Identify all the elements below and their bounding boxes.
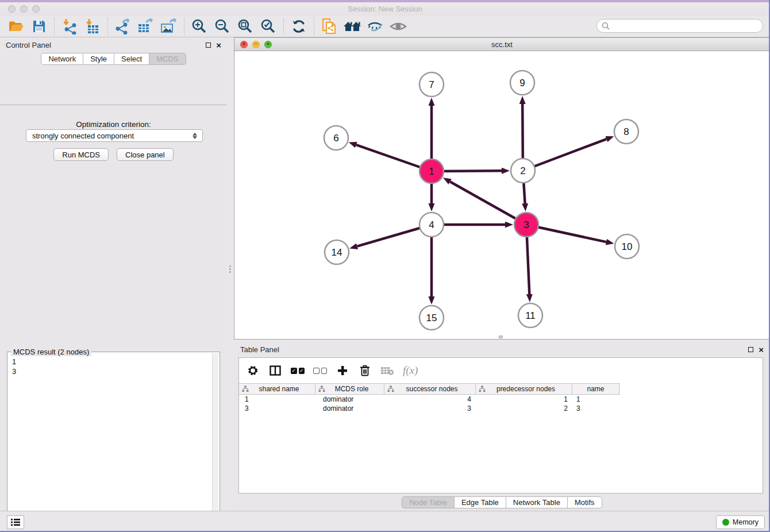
clone-network-icon[interactable] <box>318 17 341 36</box>
tab-mcds[interactable]: MCDS <box>149 53 186 65</box>
export-network-icon[interactable] <box>111 17 134 36</box>
toolbar-separator <box>54 18 55 35</box>
criterion-select[interactable]: strongly connected component <box>26 129 203 142</box>
tab-style[interactable]: Style <box>83 53 114 65</box>
column-type-icon <box>387 385 394 392</box>
memory-button[interactable]: Memory <box>716 515 765 529</box>
column-header-shared-name[interactable]: shared name <box>239 384 315 394</box>
table-panel: Table Panel × ✓✓ <box>234 342 770 511</box>
zoom-out-icon[interactable] <box>211 17 234 36</box>
graph-node-label: 9 <box>519 78 525 88</box>
select-all-checks-icon[interactable]: ✓✓ <box>291 364 305 377</box>
search-input[interactable] <box>610 20 763 32</box>
cell-predecessor-nodes[interactable]: 2 <box>476 404 572 413</box>
graph-node-label: 3 <box>523 219 529 230</box>
run-mcds-button[interactable]: Run MCDS <box>53 148 109 161</box>
graph-node-label: 11 <box>525 310 536 321</box>
tab-network[interactable]: Network <box>41 53 83 65</box>
cell-name[interactable]: 1 <box>572 395 619 403</box>
cell-successor-nodes[interactable]: 4 <box>384 395 476 403</box>
close-table-panel-icon[interactable]: × <box>759 347 764 352</box>
float-table-panel-icon[interactable] <box>748 347 753 352</box>
home-layout-icon[interactable] <box>341 17 364 36</box>
network-minimize-button[interactable]: − <box>252 41 260 48</box>
graph-node-label: 6 <box>333 133 338 144</box>
tab-node-table[interactable]: Node Table <box>402 496 455 508</box>
cell-mcds-role[interactable]: dominator <box>315 404 384 413</box>
cell-predecessor-nodes[interactable]: 1 <box>476 395 572 403</box>
float-panel-icon[interactable] <box>206 43 211 48</box>
zoom-fit-icon[interactable] <box>234 17 257 36</box>
import-network-icon[interactable] <box>58 17 81 36</box>
column-header-name[interactable]: name <box>572 384 619 394</box>
network-view-window: × − + scc.txt 1234678910111415 <box>234 37 770 340</box>
app-titlebar: Session: New Session <box>0 2 770 16</box>
tab-network-table[interactable]: Network Table <box>506 496 568 508</box>
graph-node-label: 7 <box>429 79 434 90</box>
control-panel-tabs: Network Style Select MCDS <box>0 53 227 65</box>
column-type-icon <box>318 385 325 392</box>
save-icon[interactable] <box>28 17 51 36</box>
control-panel: Control Panel × Network Style Select MCD… <box>0 37 227 507</box>
graph-node-label: 4 <box>429 219 434 230</box>
table-row[interactable]: 3 dominator 3 2 3 <box>239 404 763 413</box>
graph-node-label: 1 <box>429 166 434 177</box>
mcds-panel: Optimization criterion: strongly connect… <box>0 105 227 507</box>
network-close-button[interactable]: × <box>240 41 248 48</box>
network-canvas[interactable]: 1234678910111415 <box>234 51 769 339</box>
zoom-in-icon[interactable] <box>188 17 211 36</box>
gear-icon[interactable] <box>246 364 260 377</box>
memory-status-icon <box>722 519 729 526</box>
column-header-successor-nodes[interactable]: successor nodes <box>384 384 476 394</box>
toolbar-separator <box>184 18 184 35</box>
tab-motifs[interactable]: Motifs <box>568 496 602 508</box>
toolbar-separator <box>314 18 314 35</box>
clear-checks-icon[interactable] <box>313 364 327 377</box>
app-title: Session: New Session <box>0 5 770 13</box>
column-type-icon <box>479 385 486 392</box>
search-icon <box>602 22 610 30</box>
export-table-icon[interactable] <box>134 17 157 36</box>
cell-name[interactable]: 3 <box>572 404 619 413</box>
show-all-eye-icon[interactable] <box>387 17 410 36</box>
function-builder-icon: f(x) <box>403 364 418 377</box>
export-image-icon[interactable] <box>157 17 180 36</box>
result-scrollbar[interactable] <box>212 353 218 532</box>
cell-mcds-role[interactable]: dominator <box>315 395 384 403</box>
open-folder-icon[interactable] <box>5 17 28 36</box>
network-window-titlebar[interactable]: × − + scc.txt <box>234 38 769 51</box>
hide-selected-eye-icon[interactable] <box>364 17 387 36</box>
graph-node-label: 8 <box>623 126 629 137</box>
canvas-grip[interactable] <box>499 336 503 338</box>
panel-splitter[interactable] <box>229 264 232 273</box>
column-header-predecessor-nodes[interactable]: predecessor nodes <box>476 384 572 394</box>
network-window-title: scc.txt <box>234 40 769 49</box>
column-header-mcds-role[interactable]: MCDS role <box>315 384 384 394</box>
select-stepper-icon <box>191 131 198 140</box>
cell-shared-name[interactable]: 3 <box>239 404 315 413</box>
mcds-result-title: MCDS result (2 nodes) <box>11 348 91 356</box>
refresh-icon[interactable] <box>287 17 310 36</box>
import-table-icon[interactable] <box>81 17 104 36</box>
table-panel-header: Table Panel × <box>234 342 770 357</box>
cell-shared-name[interactable]: 1 <box>239 395 315 403</box>
control-panel-title: Control Panel <box>6 41 51 49</box>
mcds-result-line: 1 <box>12 357 220 367</box>
table-row[interactable]: 1 dominator 4 1 1 <box>239 395 763 404</box>
task-history-button[interactable] <box>7 515 24 529</box>
zoom-selected-icon[interactable] <box>257 17 280 36</box>
close-panel-icon[interactable]: × <box>216 43 221 48</box>
split-columns-icon[interactable] <box>268 364 282 377</box>
cell-successor-nodes[interactable]: 3 <box>384 404 476 413</box>
tab-select[interactable]: Select <box>114 53 149 65</box>
graph-node-label: 14 <box>332 247 342 258</box>
tab-edge-table[interactable]: Edge Table <box>455 496 506 508</box>
graph-node-label: 15 <box>426 313 437 323</box>
close-panel-button[interactable]: Close panel <box>117 148 174 161</box>
criterion-selected-value: strongly connected component <box>32 132 134 140</box>
add-column-icon[interactable] <box>336 364 349 377</box>
delete-column-trash-icon[interactable] <box>358 364 372 377</box>
search-field[interactable] <box>596 19 763 33</box>
toolbar-separator <box>283 18 284 35</box>
network-zoom-button[interactable]: + <box>264 41 272 48</box>
